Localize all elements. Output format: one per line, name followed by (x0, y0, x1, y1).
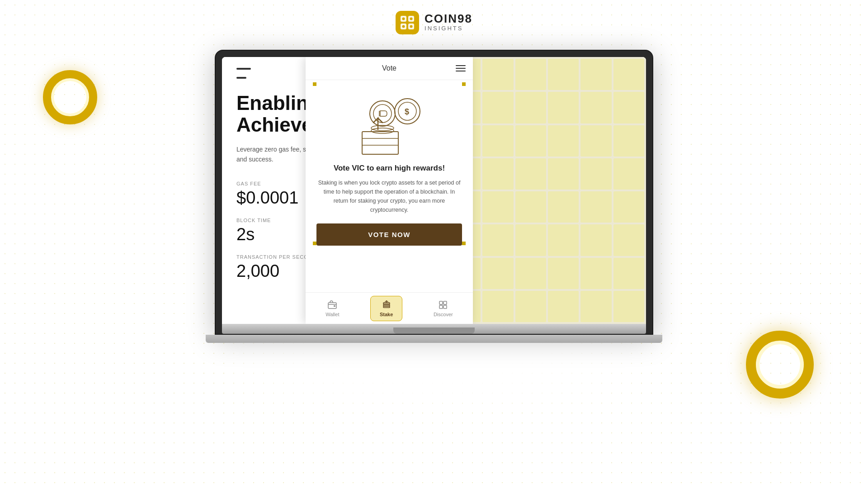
nav-item-discover[interactable]: Discover (425, 296, 462, 321)
grid-cell (515, 291, 546, 322)
logo-icon (396, 11, 419, 34)
grid-cell (580, 224, 611, 256)
svg-point-6 (402, 25, 405, 28)
grid-cell (613, 92, 644, 123)
grid-cell (548, 224, 579, 256)
laptop-screen: Enabling Achieve Leverage zero gas fee, … (222, 57, 646, 324)
grid-cell (580, 125, 611, 157)
grid-cell (482, 92, 513, 123)
corner-dot-bl (313, 242, 316, 245)
ring-right-decoration (746, 331, 814, 399)
grid-cell (548, 158, 579, 190)
vote-illustration: $ (306, 80, 473, 164)
grid-cell (482, 59, 513, 90)
grid-cell (613, 59, 644, 90)
svg-rect-22 (383, 304, 390, 306)
grid-cell (548, 92, 579, 123)
grid-cell (515, 59, 546, 90)
vote-modal-header: Vote (306, 57, 473, 80)
grid-cell (613, 158, 644, 190)
svg-rect-21 (383, 306, 390, 308)
grid-cell (515, 224, 546, 256)
grid-cell (580, 291, 611, 322)
svg-rect-20 (334, 305, 335, 307)
grid-cell (548, 291, 579, 322)
logo: COIN98 INSIGHTS (396, 11, 472, 34)
ring-left-decoration (43, 70, 97, 124)
laptop-bottom (206, 335, 662, 343)
vote-now-button[interactable]: VOTE NOW (316, 223, 462, 246)
grid-cell (580, 158, 611, 190)
grid-cell (613, 224, 644, 256)
nav-stake-label: Stake (380, 312, 393, 317)
right-panel: Vote (382, 57, 646, 324)
grid-cell (515, 125, 546, 157)
grid-cell (482, 258, 513, 289)
grid-cell (580, 59, 611, 90)
page-header: COIN98 INSIGHTS (0, 0, 868, 45)
grid-cell (580, 258, 611, 289)
grid-cell (548, 125, 579, 157)
grid-cell (548, 191, 579, 223)
svg-point-12 (373, 104, 392, 123)
nav-discover-label: Discover (434, 312, 453, 317)
logo-text: COIN98 INSIGHTS (425, 13, 472, 33)
vote-header-title: Vote (382, 64, 396, 72)
grid-cell (482, 224, 513, 256)
grid-cell (482, 291, 513, 322)
nav-wallet-label: Wallet (326, 312, 339, 317)
svg-text:$: $ (405, 107, 409, 116)
svg-rect-28 (443, 305, 447, 309)
vote-title: Vote VIC to earn high rewards! (316, 164, 462, 173)
corner-dot-br (462, 242, 466, 245)
grid-cell (515, 92, 546, 123)
vote-modal: Vote (306, 57, 473, 324)
laptop-screen-outer: Enabling Achieve Leverage zero gas fee, … (215, 50, 653, 335)
wallet-icon (327, 300, 337, 310)
app-screen: Enabling Achieve Leverage zero gas fee, … (222, 57, 646, 324)
grid-cell (482, 125, 513, 157)
laptop-frame: Enabling Achieve Leverage zero gas fee, … (215, 50, 653, 343)
grid-cell (482, 191, 513, 223)
svg-point-7 (410, 25, 413, 28)
grid-cell (482, 158, 513, 190)
svg-point-4 (402, 18, 405, 20)
svg-rect-26 (443, 301, 447, 304)
nav-item-stake[interactable]: Stake (370, 296, 402, 321)
discover-icon (438, 300, 448, 310)
grid-cell (613, 258, 644, 289)
hamburger-icon[interactable] (236, 68, 251, 79)
grid-cell (548, 258, 579, 289)
svg-point-5 (410, 18, 413, 20)
svg-rect-8 (362, 132, 398, 154)
grid-cell (580, 191, 611, 223)
logo-name: COIN98 (425, 13, 472, 24)
logo-subtitle: INSIGHTS (425, 24, 472, 33)
grid-cell (515, 158, 546, 190)
grid-cell (580, 92, 611, 123)
grid-cell (613, 191, 644, 223)
menu-icon[interactable] (456, 65, 466, 71)
svg-rect-25 (439, 301, 443, 304)
vote-description: Staking is when you lock crypto assets f… (316, 178, 462, 214)
grid-cell (515, 191, 546, 223)
corner-dot-tr (462, 82, 466, 86)
grid-cell (548, 59, 579, 90)
bottom-navigation: Wallet Stake (306, 292, 473, 324)
laptop-base (222, 324, 646, 334)
vote-content: Vote VIC to earn high rewards! Staking i… (306, 164, 473, 253)
grid-cell (613, 125, 644, 157)
grid-cell (515, 258, 546, 289)
stake-icon (382, 300, 392, 310)
nav-item-wallet[interactable]: Wallet (316, 296, 348, 321)
grid-cell (613, 291, 644, 322)
svg-rect-27 (439, 305, 443, 309)
corner-dot-tl (313, 82, 316, 86)
